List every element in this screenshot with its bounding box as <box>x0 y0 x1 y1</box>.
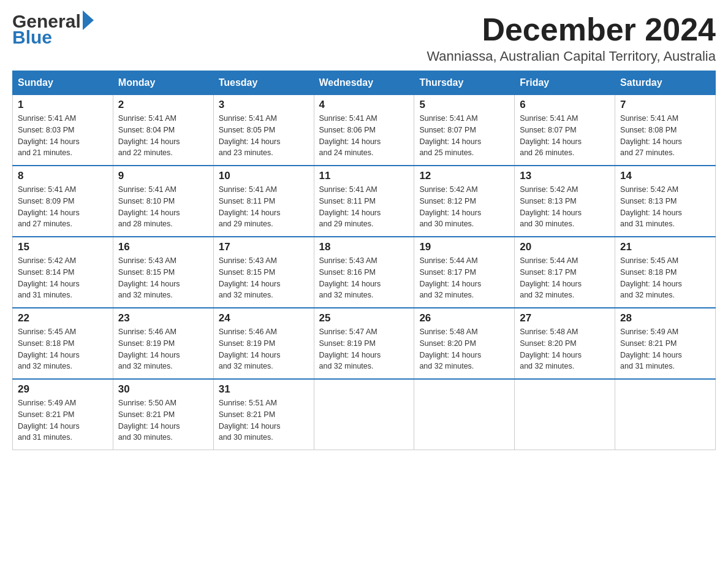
day-info: Sunrise: 5:41 AMSunset: 8:10 PMDaylight:… <box>118 184 208 230</box>
calendar-day-cell: 14Sunrise: 5:42 AMSunset: 8:13 PMDayligh… <box>615 166 716 237</box>
calendar-day-cell: 20Sunrise: 5:44 AMSunset: 8:17 PMDayligh… <box>515 237 615 308</box>
calendar-day-cell: 25Sunrise: 5:47 AMSunset: 8:19 PMDayligh… <box>314 308 414 379</box>
day-number: 14 <box>620 170 710 182</box>
calendar-day-cell: 8Sunrise: 5:41 AMSunset: 8:09 PMDaylight… <box>13 166 113 237</box>
calendar-week-row: 22Sunrise: 5:45 AMSunset: 8:18 PMDayligh… <box>13 308 716 379</box>
day-info: Sunrise: 5:42 AMSunset: 8:12 PMDaylight:… <box>419 184 509 230</box>
day-number: 27 <box>520 312 610 324</box>
calendar-day-cell: 5Sunrise: 5:41 AMSunset: 8:07 PMDaylight… <box>414 95 515 166</box>
day-info: Sunrise: 5:50 AMSunset: 8:21 PMDaylight:… <box>118 397 208 443</box>
day-number: 19 <box>419 241 509 253</box>
day-number: 17 <box>219 241 309 253</box>
day-number: 18 <box>319 241 409 253</box>
day-info: Sunrise: 5:43 AMSunset: 8:16 PMDaylight:… <box>319 255 409 301</box>
page-header: General Blue December 2024 Wanniassa, Au… <box>12 12 716 64</box>
day-info: Sunrise: 5:41 AMSunset: 8:05 PMDaylight:… <box>219 113 309 159</box>
day-info: Sunrise: 5:42 AMSunset: 8:13 PMDaylight:… <box>620 184 710 230</box>
day-info: Sunrise: 5:51 AMSunset: 8:21 PMDaylight:… <box>219 397 309 443</box>
day-info: Sunrise: 5:41 AMSunset: 8:07 PMDaylight:… <box>419 113 509 159</box>
day-number: 29 <box>18 383 108 396</box>
day-number: 7 <box>620 99 710 111</box>
calendar-day-cell: 31Sunrise: 5:51 AMSunset: 8:21 PMDayligh… <box>213 379 314 450</box>
day-info: Sunrise: 5:41 AMSunset: 8:06 PMDaylight:… <box>319 113 409 159</box>
day-number: 26 <box>419 312 509 324</box>
title-area: December 2024 Wanniassa, Australian Capi… <box>427 12 716 64</box>
days-header-row: Sunday Monday Tuesday Wednesday Thursday… <box>13 71 716 95</box>
day-info: Sunrise: 5:49 AMSunset: 8:21 PMDaylight:… <box>620 326 710 372</box>
day-number: 6 <box>520 99 610 111</box>
logo: General Blue <box>12 12 94 47</box>
calendar-day-cell: 6Sunrise: 5:41 AMSunset: 8:07 PMDaylight… <box>515 95 615 166</box>
day-number: 24 <box>219 312 309 324</box>
day-info: Sunrise: 5:42 AMSunset: 8:13 PMDaylight:… <box>520 184 610 230</box>
calendar-day-cell: 10Sunrise: 5:41 AMSunset: 8:11 PMDayligh… <box>213 166 314 237</box>
calendar-day-cell: 17Sunrise: 5:43 AMSunset: 8:15 PMDayligh… <box>213 237 314 308</box>
day-number: 11 <box>319 170 409 182</box>
calendar-day-cell <box>515 379 615 450</box>
day-info: Sunrise: 5:41 AMSunset: 8:04 PMDaylight:… <box>118 113 208 159</box>
calendar-day-cell: 9Sunrise: 5:41 AMSunset: 8:10 PMDaylight… <box>113 166 213 237</box>
calendar-day-cell: 19Sunrise: 5:44 AMSunset: 8:17 PMDayligh… <box>414 237 515 308</box>
calendar-day-cell: 21Sunrise: 5:45 AMSunset: 8:18 PMDayligh… <box>615 237 716 308</box>
day-info: Sunrise: 5:44 AMSunset: 8:17 PMDaylight:… <box>520 255 610 301</box>
header-friday: Friday <box>515 71 615 95</box>
day-info: Sunrise: 5:46 AMSunset: 8:19 PMDaylight:… <box>118 326 208 372</box>
calendar-week-row: 8Sunrise: 5:41 AMSunset: 8:09 PMDaylight… <box>13 166 716 237</box>
day-info: Sunrise: 5:41 AMSunset: 8:07 PMDaylight:… <box>520 113 610 159</box>
location-title: Wanniassa, Australian Capital Territory,… <box>427 48 716 64</box>
day-info: Sunrise: 5:41 AMSunset: 8:08 PMDaylight:… <box>620 113 710 159</box>
calendar-day-cell: 11Sunrise: 5:41 AMSunset: 8:11 PMDayligh… <box>314 166 414 237</box>
logo-blue-text: Blue <box>12 28 94 47</box>
day-number: 8 <box>18 170 108 182</box>
calendar-day-cell: 16Sunrise: 5:43 AMSunset: 8:15 PMDayligh… <box>113 237 213 308</box>
month-title: December 2024 <box>427 12 716 47</box>
day-info: Sunrise: 5:48 AMSunset: 8:20 PMDaylight:… <box>419 326 509 372</box>
day-info: Sunrise: 5:46 AMSunset: 8:19 PMDaylight:… <box>219 326 309 372</box>
day-number: 3 <box>219 99 309 111</box>
calendar-day-cell: 2Sunrise: 5:41 AMSunset: 8:04 PMDaylight… <box>113 95 213 166</box>
calendar-day-cell: 1Sunrise: 5:41 AMSunset: 8:03 PMDaylight… <box>13 95 113 166</box>
day-number: 9 <box>118 170 208 182</box>
day-info: Sunrise: 5:41 AMSunset: 8:03 PMDaylight:… <box>18 113 108 159</box>
day-number: 5 <box>419 99 509 111</box>
day-number: 30 <box>118 383 208 396</box>
calendar-day-cell: 28Sunrise: 5:49 AMSunset: 8:21 PMDayligh… <box>615 308 716 379</box>
header-sunday: Sunday <box>13 71 113 95</box>
day-info: Sunrise: 5:45 AMSunset: 8:18 PMDaylight:… <box>18 326 108 372</box>
day-number: 22 <box>18 312 108 324</box>
calendar-week-row: 15Sunrise: 5:42 AMSunset: 8:14 PMDayligh… <box>13 237 716 308</box>
day-info: Sunrise: 5:42 AMSunset: 8:14 PMDaylight:… <box>18 255 108 301</box>
day-info: Sunrise: 5:41 AMSunset: 8:11 PMDaylight:… <box>219 184 309 230</box>
header-tuesday: Tuesday <box>213 71 314 95</box>
calendar-day-cell: 4Sunrise: 5:41 AMSunset: 8:06 PMDaylight… <box>314 95 414 166</box>
day-number: 2 <box>118 99 208 111</box>
day-number: 28 <box>620 312 710 324</box>
day-info: Sunrise: 5:43 AMSunset: 8:15 PMDaylight:… <box>219 255 309 301</box>
calendar-day-cell: 29Sunrise: 5:49 AMSunset: 8:21 PMDayligh… <box>13 379 113 450</box>
day-info: Sunrise: 5:41 AMSunset: 8:09 PMDaylight:… <box>18 184 108 230</box>
day-info: Sunrise: 5:44 AMSunset: 8:17 PMDaylight:… <box>419 255 509 301</box>
day-number: 10 <box>219 170 309 182</box>
day-number: 16 <box>118 241 208 253</box>
calendar-day-cell: 18Sunrise: 5:43 AMSunset: 8:16 PMDayligh… <box>314 237 414 308</box>
calendar-day-cell: 22Sunrise: 5:45 AMSunset: 8:18 PMDayligh… <box>13 308 113 379</box>
day-number: 25 <box>319 312 409 324</box>
logo-triangle-icon <box>83 10 94 30</box>
calendar-day-cell: 13Sunrise: 5:42 AMSunset: 8:13 PMDayligh… <box>515 166 615 237</box>
header-saturday: Saturday <box>615 71 716 95</box>
day-number: 1 <box>18 99 108 111</box>
day-info: Sunrise: 5:48 AMSunset: 8:20 PMDaylight:… <box>520 326 610 372</box>
calendar-day-cell <box>615 379 716 450</box>
calendar-day-cell: 15Sunrise: 5:42 AMSunset: 8:14 PMDayligh… <box>13 237 113 308</box>
calendar-day-cell: 7Sunrise: 5:41 AMSunset: 8:08 PMDaylight… <box>615 95 716 166</box>
calendar-day-cell: 27Sunrise: 5:48 AMSunset: 8:20 PMDayligh… <box>515 308 615 379</box>
day-number: 12 <box>419 170 509 182</box>
header-thursday: Thursday <box>414 71 515 95</box>
day-info: Sunrise: 5:41 AMSunset: 8:11 PMDaylight:… <box>319 184 409 230</box>
day-number: 20 <box>520 241 610 253</box>
calendar-day-cell: 12Sunrise: 5:42 AMSunset: 8:12 PMDayligh… <box>414 166 515 237</box>
calendar-day-cell: 3Sunrise: 5:41 AMSunset: 8:05 PMDaylight… <box>213 95 314 166</box>
header-monday: Monday <box>113 71 213 95</box>
calendar-day-cell: 23Sunrise: 5:46 AMSunset: 8:19 PMDayligh… <box>113 308 213 379</box>
day-number: 13 <box>520 170 610 182</box>
